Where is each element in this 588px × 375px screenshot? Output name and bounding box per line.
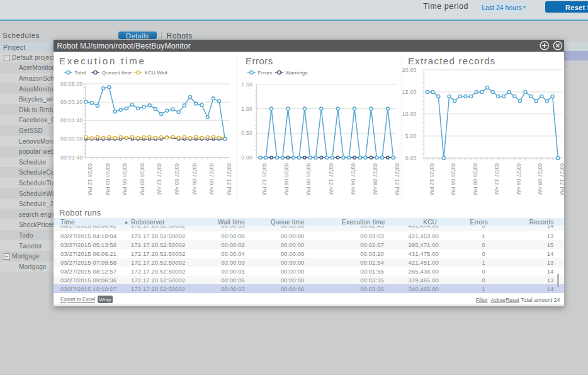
svg-text:03/26 06 PM: 03/26 06 PM — [122, 163, 128, 195]
svg-text:0.00: 0.00 — [405, 155, 417, 161]
svg-text:03/27 04 AM: 03/27 04 AM — [350, 163, 356, 195]
svg-text:1.00: 1.00 — [241, 106, 252, 112]
svg-text:03/27 08 AM: 03/27 08 AM — [537, 163, 543, 195]
svg-text:03/27 06 AM: 03/27 06 AM — [191, 163, 198, 195]
svg-text:Queued time: Queued time — [102, 70, 132, 76]
svg-text:03/26 08 PM: 03/26 08 PM — [472, 163, 478, 195]
svg-text:03/27 09 AM: 03/27 09 AM — [208, 163, 215, 195]
svg-text:00:03:20: 00:03:20 — [60, 99, 83, 105]
svg-text:KCU Wait: KCU Wait — [145, 70, 168, 76]
svg-text:00:01:40: 00:01:40 — [60, 117, 83, 124]
svg-text:03/26 12 PM: 03/26 12 PM — [261, 163, 268, 195]
svg-text:03/26 09 PM: 03/26 09 PM — [139, 163, 145, 195]
svg-text:20.00: 20.00 — [402, 67, 417, 73]
svg-text:Total: Total — [75, 70, 86, 76]
svg-text:03/27 12 PM: 03/27 12 PM — [226, 163, 232, 195]
svg-text:Errors: Errors — [258, 70, 273, 76]
svg-text:15.00: 15.00 — [402, 89, 417, 95]
svg-text:03/27 03 AM: 03/27 03 AM — [174, 163, 180, 195]
svg-text:03/26 12 PM: 03/26 12 PM — [87, 163, 93, 195]
svg-text:Warnings: Warnings — [286, 70, 308, 76]
svg-text:00:05:00: 00:05:00 — [60, 81, 83, 87]
svg-text:03/26 12 PM: 03/26 12 PM — [429, 163, 435, 195]
svg-text:10.00: 10.00 — [402, 111, 417, 117]
svg-text:03/26 08 PM: 03/26 08 PM — [305, 163, 312, 195]
svg-text:03/26 04 PM: 03/26 04 PM — [450, 163, 456, 195]
svg-text:00:00:00: 00:00:00 — [60, 136, 83, 142]
svg-text:03/27 12 PM: 03/27 12 PM — [394, 163, 400, 195]
svg-text:0.00: 0.00 — [241, 154, 252, 161]
svg-text:0.50: 0.50 — [241, 130, 252, 136]
svg-text:00:01:40: 00:01:40 — [60, 154, 83, 161]
svg-text:03/26 03 PM: 03/26 03 PM — [105, 163, 111, 195]
svg-text:03/27 12 AM: 03/27 12 AM — [156, 163, 162, 195]
svg-text:03/27 08 AM: 03/27 08 AM — [372, 163, 378, 195]
svg-text:03/27 12 AM: 03/27 12 AM — [328, 163, 334, 195]
svg-text:03/26 04 PM: 03/26 04 PM — [283, 163, 290, 195]
svg-text:5.00: 5.00 — [405, 133, 417, 139]
svg-text:03/27 12 PM: 03/27 12 PM — [559, 163, 565, 195]
svg-text:03/27 04 AM: 03/27 04 AM — [516, 163, 522, 195]
svg-text:03/27 12 AM: 03/27 12 AM — [494, 163, 500, 195]
svg-text:1.50: 1.50 — [241, 81, 252, 88]
